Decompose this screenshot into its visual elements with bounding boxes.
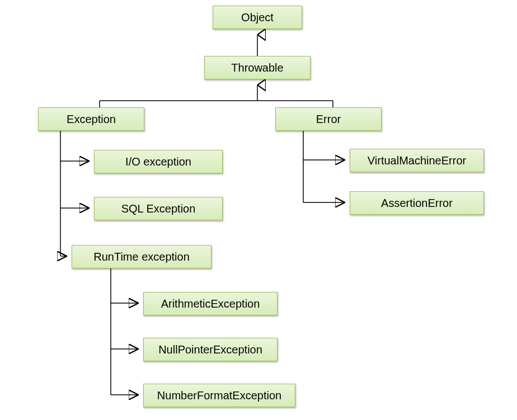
node-error: Error [275, 107, 382, 131]
node-runtime-exception: RunTime exception [72, 245, 212, 268]
node-io-exception: I/O exception [94, 150, 223, 173]
node-exception: Exception [38, 107, 144, 131]
node-null-pointer-exception: NullPointerException [143, 338, 278, 361]
node-sql-exception: SQL Exception [94, 197, 223, 220]
node-assertion-error: AssertionError [350, 191, 484, 215]
node-object: Object [213, 6, 302, 29]
node-throwable: Throwable [204, 56, 311, 79]
node-number-format-exception: NumberFormatException [143, 384, 295, 407]
node-virtual-machine-error: VirtualMachineError [350, 149, 484, 172]
node-arithmetic-exception: ArithmeticException [143, 292, 278, 315]
